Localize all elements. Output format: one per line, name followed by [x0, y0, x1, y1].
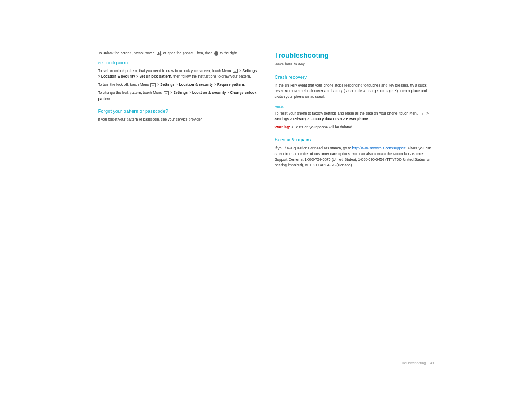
service-link[interactable]: http://www.motorola.com/support — [352, 146, 406, 150]
reset-label: Reset — [275, 104, 434, 109]
service-repairs-heading: Service & repairs — [275, 136, 434, 143]
page-footer: Troubleshooting 43 — [401, 361, 434, 365]
forgot-body: If you forget your pattern or passcode, … — [98, 117, 258, 122]
page: To unlock the screen, press Power ⏻, or … — [72, 33, 460, 378]
service-body1: If you have questions or need assistance… — [275, 146, 352, 150]
unlock-intro: To unlock the screen, press Power ⏻, or … — [98, 50, 258, 56]
menu-icon-2 — [150, 83, 156, 87]
set-unlock-body2: To turn the lock off, touch Menu > Setti… — [98, 82, 258, 87]
menu-icon-3 — [164, 91, 169, 95]
reset-warning-body: All data on your phone will be deleted. — [290, 125, 353, 129]
set-unlock-body3: To change the lock pattern, touch Menu >… — [98, 90, 258, 101]
service-body: If you have questions or need assistance… — [275, 146, 434, 168]
reset-body: To reset your phone to factory settings … — [275, 111, 434, 122]
troubleshooting-heading: Troubleshooting — [275, 50, 434, 61]
menu-icon-4 — [420, 112, 425, 115]
left-column: To unlock the screen, press Power ⏻, or … — [98, 50, 258, 361]
set-unlock-body1: To set an unlock pattern, that you need … — [98, 68, 258, 79]
reset-warning: Warning: All data on your phone will be … — [275, 125, 434, 130]
set-unlock-pattern-label: Set unlock pattern — [98, 60, 258, 66]
crash-recovery-body: In the unlikely event that your phone st… — [275, 83, 434, 100]
warning-label: Warning: — [275, 125, 291, 129]
menu-icon-1 — [233, 69, 238, 73]
drag-icon — [214, 51, 218, 56]
footer-page-number: 43 — [430, 361, 434, 365]
power-icon: ⏻ — [156, 51, 161, 56]
right-column: Troubleshooting we're here to help Crash… — [275, 50, 434, 361]
forgot-heading: Forgot your pattern or passcode? — [98, 108, 258, 115]
footer-section: Troubleshooting — [401, 361, 426, 365]
troubleshooting-subheading: we're here to help — [275, 62, 434, 68]
crash-recovery-heading: Crash recovery — [275, 74, 434, 81]
